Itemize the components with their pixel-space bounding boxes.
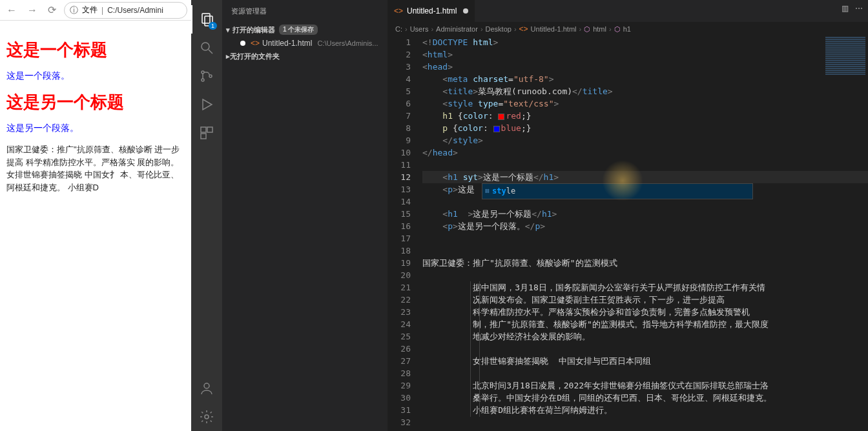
browser-content: 这是一个标题 这是一个段落。 这是另一个标题 这是另一个段落。 国家卫健委：推广…: [0, 21, 191, 203]
editor-area: <> Untitled-1.html ▥ ⋯ C:› Users› Admini…: [388, 0, 868, 431]
html-file-icon: <>: [519, 25, 528, 34]
more-icon[interactable]: ⋯: [855, 4, 863, 13]
svg-marker-7: [203, 99, 212, 110]
tab-label: Untitled-1.html: [407, 6, 457, 15]
open-editors-section[interactable]: ▾ 打开的编辑器 1 个未保存: [222, 22, 388, 37]
symbol-icon: ⬡: [614, 25, 621, 34]
suggest-item[interactable]: ⌗ style: [482, 184, 752, 199]
account-icon[interactable]: [191, 374, 222, 403]
suggest-widget[interactable]: ⌗ style: [482, 183, 753, 199]
explorer-icon[interactable]: 1: [191, 5, 222, 34]
svg-rect-10: [201, 134, 206, 139]
page-h1-b: 这是另一个标题: [6, 91, 185, 114]
html-file-icon: <>: [394, 6, 403, 15]
svg-point-6: [209, 75, 212, 77]
svg-line-3: [209, 50, 212, 54]
open-editor-item[interactable]: <> Untitled-1.html C:\Users\Adminis...: [222, 37, 388, 49]
modified-dot-icon: [240, 41, 245, 46]
reload-icon[interactable]: ⟳: [45, 3, 59, 17]
svg-point-11: [204, 383, 209, 388]
symbol-icon: ⬡: [584, 25, 590, 34]
activity-bar: 1: [191, 0, 222, 431]
url-bar[interactable]: ⓘ 文件 | C:/Users/Admini: [64, 2, 187, 19]
page-h1-a: 这是一个标题: [6, 39, 185, 61]
activity-badge: 1: [209, 22, 217, 30]
crumb[interactable]: C:: [395, 25, 402, 33]
page-article: 国家卫健委：推广"抗原筛查、核酸诊断 进一步提高 科学精准防控水平。严格落实 展…: [6, 143, 185, 194]
run-debug-icon[interactable]: [191, 90, 222, 119]
forward-icon[interactable]: →: [25, 3, 40, 17]
info-icon: ⓘ: [70, 5, 78, 16]
url-text: C:/Users/Admini: [107, 6, 163, 15]
svg-point-4: [202, 71, 204, 74]
extensions-icon[interactable]: [191, 119, 222, 147]
tab-untitled[interactable]: <> Untitled-1.html: [388, 0, 475, 22]
browser-pane: ← → ⟳ ⓘ 文件 | C:/Users/Admini 这是一个标题 这是一个…: [0, 0, 191, 431]
code-body[interactable]: <!DOCTYPE html> <html> <head> <meta char…: [422, 36, 868, 431]
unsaved-badge: 1 个未保存: [279, 25, 318, 35]
gear-icon[interactable]: [191, 403, 222, 431]
split-editor-icon[interactable]: ▥: [842, 4, 849, 13]
back-icon[interactable]: ←: [4, 3, 19, 17]
crumb[interactable]: Desktop: [486, 25, 512, 33]
no-folder-label: 无打开的文件夹: [230, 52, 280, 61]
tab-bar: <> Untitled-1.html: [388, 0, 868, 22]
sidebar-title: 资源管理器: [222, 0, 388, 22]
url-prefix: 文件: [82, 5, 98, 15]
breadcrumb[interactable]: C:› Users› Administrator› Desktop› <> Un…: [388, 22, 868, 36]
svg-point-12: [205, 415, 209, 419]
html-file-icon: <>: [251, 39, 260, 48]
explorer-sidebar: 资源管理器 ▾ 打开的编辑器 1 个未保存 <> Untitled-1.html…: [222, 0, 388, 431]
chevron-down-icon: ▾: [226, 26, 230, 34]
modified-dot-icon: [463, 8, 468, 14]
open-editors-label: 打开的编辑器: [232, 25, 275, 35]
crumb[interactable]: Administrator: [436, 25, 478, 33]
file-name: Untitled-1.html: [262, 39, 312, 48]
browser-toolbar: ← → ⟳ ⓘ 文件 | C:/Users/Admini: [0, 0, 191, 21]
page-p-a: 这是一个段落。: [6, 70, 185, 82]
svg-rect-9: [207, 127, 212, 132]
svg-point-2: [202, 43, 209, 50]
property-icon: ⌗: [485, 185, 490, 197]
search-icon[interactable]: [191, 34, 222, 62]
crumb[interactable]: html: [593, 25, 606, 33]
minimap[interactable]: [823, 36, 868, 126]
line-gutter: 1234567891011121314151617181920212223242…: [388, 36, 422, 431]
code-editor[interactable]: 1234567891011121314151617181920212223242…: [388, 36, 868, 431]
vscode-window: 1 资源管理器 ▾ 打开的编辑器 1 个未保存 <> Untitled-1.ht…: [191, 0, 868, 431]
crumb[interactable]: Users: [410, 25, 429, 33]
svg-point-5: [202, 79, 204, 81]
no-folder-section[interactable]: ▸ 无打开的文件夹: [222, 49, 388, 64]
crumb[interactable]: Untitled-1.html: [531, 25, 577, 33]
crumb[interactable]: h1: [623, 25, 631, 33]
svg-rect-8: [201, 127, 206, 132]
page-p-b: 这是另一个段落。: [6, 123, 185, 134]
svg-rect-0: [202, 14, 210, 23]
file-path: C:\Users\Adminis...: [317, 39, 378, 47]
source-control-icon[interactable]: [191, 62, 222, 90]
